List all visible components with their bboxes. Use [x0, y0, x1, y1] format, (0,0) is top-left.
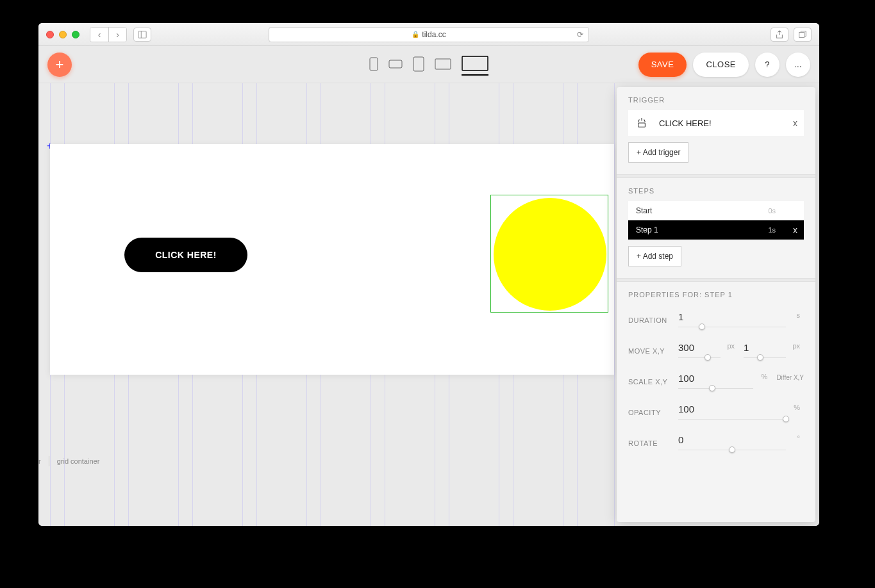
opacity-unit: %: [794, 404, 800, 411]
add-step-button[interactable]: + Add step: [628, 246, 681, 266]
help-button[interactable]: ?: [755, 53, 779, 77]
svg-rect-4: [389, 60, 402, 68]
minimize-window-icon[interactable]: [59, 31, 67, 38]
prop-rotate: Rotate 0 °: [628, 428, 804, 459]
move-y-control[interactable]: 1 px: [744, 342, 804, 361]
selection-box[interactable]: [490, 195, 608, 313]
properties-section: PROPERTIES FOR: STEP 1 Duration 1 s Move…: [617, 282, 815, 470]
browser-titlebar: ‹ › 🔒 tilda.cc ⟳: [38, 23, 819, 46]
browser-window: ‹ › 🔒 tilda.cc ⟳ + +: [38, 23, 819, 526]
opacity-label: Opacity: [628, 409, 678, 416]
device-phone-portrait[interactable]: [369, 54, 378, 76]
scale-differ-toggle[interactable]: Differ X,Y: [776, 374, 804, 381]
move-y-value: 1: [744, 342, 786, 353]
prop-duration: Duration 1 s: [628, 305, 804, 336]
add-element-button[interactable]: +: [47, 53, 72, 77]
nav-back-forward: ‹ ›: [90, 27, 127, 42]
url-text: tilda.cc: [422, 30, 446, 39]
add-trigger-button[interactable]: + Add trigger: [628, 142, 688, 163]
svg-rect-5: [413, 57, 424, 71]
back-button[interactable]: ‹: [90, 28, 108, 42]
scale-control[interactable]: 100 %: [678, 373, 771, 391]
step-start-time: 0s: [768, 207, 776, 215]
move-x-control[interactable]: 300 px: [678, 342, 738, 361]
duration-thumb[interactable]: [699, 323, 705, 330]
trigger-item[interactable]: CLICK HERE! x: [628, 110, 804, 136]
duration-control[interactable]: 1 s: [678, 311, 804, 330]
sidebar-toggle-icon: [138, 30, 147, 39]
app-actions: SAVE CLOSE ? ...: [638, 53, 810, 77]
device-tablet-landscape[interactable]: [435, 54, 451, 76]
move-x-unit: px: [727, 342, 735, 350]
properties-section-label: PROPERTIES FOR: STEP 1: [628, 291, 804, 298]
step-1-time: 1s: [768, 226, 776, 234]
step-start[interactable]: Start 0s: [628, 201, 804, 220]
meta-separator: [49, 456, 49, 466]
svg-rect-6: [435, 59, 451, 69]
move-x-thumb[interactable]: [704, 354, 711, 361]
meta-left: r: [38, 457, 41, 465]
forward-button[interactable]: ›: [108, 28, 126, 42]
svg-rect-7: [462, 56, 488, 70]
canvas-button-element[interactable]: CLICK HERE!: [124, 238, 247, 272]
device-switcher: [369, 54, 488, 76]
scale-unit: %: [762, 373, 768, 380]
trigger-remove-button[interactable]: x: [793, 118, 797, 128]
app-content: + SAVE CLOSE ? ...: [38, 46, 819, 526]
steps-list: Start 0s Step 1 1s x: [628, 201, 804, 240]
plus-icon: +: [56, 56, 64, 73]
step-start-label: Start: [636, 206, 652, 215]
svg-rect-0: [138, 31, 146, 38]
device-phone-landscape[interactable]: [388, 54, 403, 76]
url-bar[interactable]: 🔒 tilda.cc ⟳: [269, 27, 589, 42]
steps-section: STEPS Start 0s Step 1 1s x + Add step: [617, 178, 815, 278]
opacity-thumb[interactable]: [783, 416, 789, 422]
scale-value: 100: [678, 373, 753, 384]
opacity-control[interactable]: 100 %: [678, 404, 804, 422]
animation-panel: TRIGGER CLICK HERE! x + Add trigger STEP…: [617, 87, 815, 522]
zoom-window-icon[interactable]: [72, 31, 79, 38]
click-trigger-icon: [636, 117, 647, 129]
sidebar-toggle-button[interactable]: [133, 28, 151, 42]
canvas-circle-element[interactable]: [494, 198, 606, 311]
rotate-control[interactable]: 0 °: [678, 434, 804, 453]
step-1[interactable]: Step 1 1s x: [628, 220, 804, 240]
share-button[interactable]: [771, 28, 788, 42]
reload-icon[interactable]: ⟳: [577, 30, 583, 39]
meta-container-label[interactable]: grid container: [57, 457, 100, 465]
trigger-item-label: CLICK HERE!: [659, 118, 712, 128]
tabs-icon: [798, 30, 807, 39]
close-button[interactable]: CLOSE: [693, 53, 749, 77]
steps-section-label: STEPS: [628, 187, 804, 195]
step-1-label: Step 1: [636, 225, 658, 234]
trigger-section-label: TRIGGER: [628, 96, 804, 104]
rotate-unit: °: [797, 434, 800, 442]
device-desktop[interactable]: [462, 54, 488, 76]
move-x-value: 300: [678, 342, 721, 353]
canvas-bottom-meta: r grid container: [38, 452, 99, 471]
move-y-thumb[interactable]: [757, 354, 763, 361]
move-label: Move X,Y: [628, 347, 678, 355]
svg-rect-3: [370, 58, 378, 70]
step-1-remove-button[interactable]: x: [793, 225, 797, 235]
save-button[interactable]: SAVE: [638, 53, 687, 77]
canvas-button-label: CLICK HERE!: [155, 250, 217, 260]
trigger-section: TRIGGER CLICK HERE! x + Add trigger: [617, 87, 815, 174]
share-icon: [775, 30, 784, 39]
duration-value: 1: [678, 311, 786, 322]
prop-scale: Scale X,Y 100 % Differ X,Y: [628, 366, 804, 397]
tabs-button[interactable]: [794, 28, 812, 42]
prop-opacity: Opacity 100 %: [628, 397, 804, 428]
browser-right-buttons: [771, 28, 812, 42]
scale-thumb[interactable]: [709, 385, 715, 391]
rotate-value: 0: [678, 434, 786, 445]
app-toolbar: + SAVE CLOSE ? ...: [38, 46, 819, 83]
move-y-unit: px: [792, 342, 800, 350]
rotate-thumb[interactable]: [729, 446, 735, 453]
device-tablet-portrait[interactable]: [413, 54, 424, 76]
traffic-lights: [46, 31, 79, 38]
rotate-label: Rotate: [628, 439, 678, 447]
duration-label: Duration: [628, 316, 678, 324]
close-window-icon[interactable]: [46, 31, 54, 38]
more-button[interactable]: ...: [786, 53, 810, 77]
